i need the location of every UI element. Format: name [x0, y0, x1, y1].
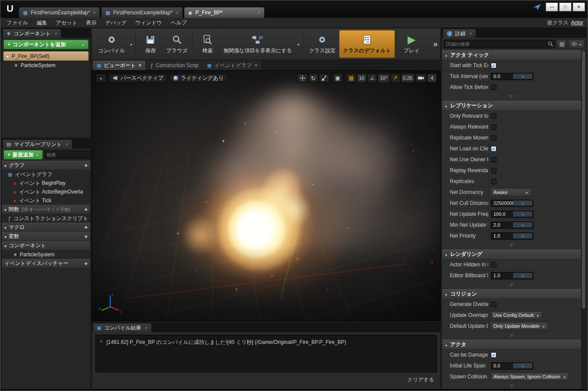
section-functions[interactable]: 関数 (18 オーバーライド可能): [2, 205, 90, 214]
dropdown-update-overlaps-m[interactable]: Use Config Default: [491, 311, 542, 319]
reset-to-default-icon[interactable]: [513, 211, 533, 217]
scale-snap-value[interactable]: 0.25: [401, 74, 415, 82]
minimize-button[interactable]: —: [546, 3, 558, 11]
notification-icon[interactable]: [533, 3, 541, 10]
hide-unrelated-caret[interactable]: [296, 41, 301, 47]
section-event-dispatchers[interactable]: イベントディスパッチャー: [2, 259, 90, 268]
reset-to-default-icon[interactable]: [513, 363, 533, 368]
play-button[interactable]: プレイ: [399, 30, 424, 58]
save-button[interactable]: 保存: [138, 30, 163, 58]
tab-event-graph[interactable]: イベントグラフ: [203, 61, 261, 70]
tab-my-blueprint[interactable]: マイブループリント: [3, 139, 72, 149]
close-icon[interactable]: [145, 326, 148, 330]
camera-speed-button[interactable]: [415, 74, 426, 82]
property-matrix-button[interactable]: [557, 40, 567, 48]
add-dispatcher-button[interactable]: [84, 260, 88, 267]
tree-item-event-beginplay[interactable]: イベント BeginPlay: [2, 179, 90, 187]
details-scrollbar[interactable]: [581, 50, 586, 389]
section-macros[interactable]: マクロ: [2, 223, 90, 232]
component-row-particlesystem[interactable]: ParticleSystem: [3, 61, 88, 70]
checkbox-actor-hidden-in-ga[interactable]: [491, 262, 496, 268]
reset-to-default-icon[interactable]: [513, 74, 533, 79]
tree-item-construction-script[interactable]: コンストラクションスクリプト: [2, 214, 90, 223]
hide-unrelated-button[interactable]: 無関係な項目を非表示にする: [220, 30, 295, 58]
class-settings-button[interactable]: クラス設定: [306, 30, 339, 58]
reset-to-default-icon[interactable]: [513, 222, 533, 228]
close-icon[interactable]: [139, 62, 142, 68]
camera-speed-value[interactable]: 4: [427, 74, 437, 82]
tree-item-event-actorbeginoverlap[interactable]: イベント ActorBeginOverla: [2, 187, 90, 196]
section-components-category[interactable]: コンポーネント: [2, 241, 90, 250]
section-header-[interactable]: レプリケーション: [442, 101, 581, 111]
close-icon[interactable]: [66, 142, 68, 147]
section-header-[interactable]: レンダリング: [442, 249, 581, 259]
grid-snap-value[interactable]: 10: [357, 74, 367, 82]
advanced-expander[interactable]: [442, 332, 581, 340]
advanced-expander[interactable]: [442, 281, 581, 289]
advanced-expander[interactable]: [442, 93, 581, 101]
perspective-button[interactable]: パースペクティブ: [109, 74, 167, 82]
add-new-button[interactable]: 新規追加: [3, 150, 43, 160]
tree-item-event-tick[interactable]: イベント Tick: [2, 196, 90, 205]
dropdown-default-update-ov[interactable]: Only Update Movable: [491, 322, 548, 330]
rotation-snap-value[interactable]: 10°: [378, 74, 390, 82]
menu-[interactable]: 編集: [32, 18, 51, 28]
add-graph-button[interactable]: [84, 162, 88, 169]
close-button[interactable]: ✕: [573, 3, 585, 11]
advanced-expander[interactable]: [442, 382, 581, 389]
tree-item-event-graph[interactable]: イベントグラフ: [2, 170, 90, 179]
checkbox-generate-overlap-e[interactable]: [491, 302, 496, 307]
checkbox-replay-rewindable[interactable]: [491, 168, 496, 173]
checkbox-start-with-tick-ena[interactable]: [491, 63, 496, 68]
asset-tab-1[interactable]: FirstPersonExampleMap*: [101, 7, 182, 18]
menu-[interactable]: 表示: [82, 18, 101, 28]
asset-tab-2[interactable]: P_Fire_BP*: [184, 7, 265, 18]
component-row-self[interactable]: P_Fire_BP(Self): [3, 51, 88, 61]
menu-[interactable]: ファイル: [2, 18, 32, 28]
number-field-net-priority[interactable]: 1.0: [491, 232, 534, 240]
checkbox-always-relevant[interactable]: [491, 124, 496, 130]
viewport-options-button[interactable]: [95, 74, 106, 82]
details-view-options-button[interactable]: [568, 40, 585, 48]
clear-log-link[interactable]: クリアする: [408, 376, 434, 384]
number-field-min-net-update-fr[interactable]: 2.0: [491, 221, 534, 229]
rotation-snap-toggle[interactable]: [367, 74, 377, 82]
menu-[interactable]: アセット: [51, 18, 82, 28]
lit-mode-button[interactable]: ライティングあり: [170, 74, 228, 82]
checkbox-allow-tick-before-i[interactable]: [491, 85, 496, 90]
add-function-button[interactable]: [84, 206, 88, 213]
tab-components[interactable]: コンポーネント: [3, 29, 61, 38]
class-defaults-button[interactable]: クラスのデフォルト: [339, 30, 395, 58]
details-search-input[interactable]: [446, 41, 548, 47]
add-component-button[interactable]: コンポーネントを追加: [3, 40, 88, 49]
reset-to-default-icon[interactable]: [513, 233, 533, 238]
tab-compile-results[interactable]: コンパイル結果: [93, 323, 152, 332]
move-tool-button[interactable]: [297, 74, 308, 82]
advanced-expander[interactable]: [442, 241, 581, 249]
close-icon[interactable]: [176, 10, 178, 15]
tree-item-particlesystem[interactable]: ParticleSystem: [2, 250, 90, 259]
maximize-button[interactable]: □: [559, 3, 571, 11]
viewport-3d[interactable]: パースペクティブ ライティングあり: [92, 70, 441, 321]
section-header-[interactable]: アクタ: [442, 340, 581, 350]
tab-details[interactable]: 詳細: [443, 29, 476, 38]
scale-tool-button[interactable]: [319, 74, 329, 82]
close-icon[interactable]: [469, 31, 472, 36]
scale-snap-toggle[interactable]: [391, 74, 400, 82]
section-header-[interactable]: コリジョン: [442, 289, 581, 299]
menu-[interactable]: デバッグ: [101, 18, 131, 28]
tab-construction-script[interactable]: Construction Scrip: [146, 61, 203, 70]
number-field-editor-billboard-sc[interactable]: 1.0: [491, 272, 534, 279]
checkbox-only-relevant-to-o[interactable]: [491, 113, 496, 119]
close-icon[interactable]: [93, 10, 95, 15]
checkbox-replicates[interactable]: [491, 179, 496, 184]
dropdown-net-dormancy[interactable]: Awake: [491, 188, 531, 196]
number-field-net-cull-distance-s[interactable]: 225000000.0: [491, 200, 534, 207]
number-field-initial-life-span[interactable]: 0.0: [491, 362, 534, 370]
scrollbar-thumb[interactable]: [582, 51, 585, 309]
add-variable-button[interactable]: [84, 233, 88, 240]
dropdown-spawn-collision-ha[interactable]: Always Spawn, Ignore Collision: [491, 373, 568, 381]
asset-tab-0[interactable]: FirstPersonExampleMap*: [19, 7, 100, 18]
toolbar-overflow-button[interactable]: [433, 40, 438, 49]
parent-class-link[interactable]: Actor: [571, 20, 583, 26]
